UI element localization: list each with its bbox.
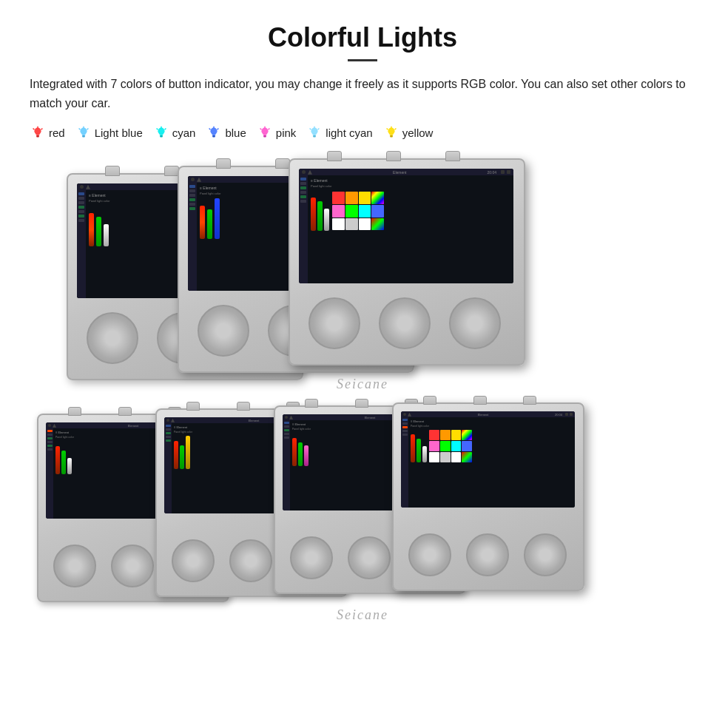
svg-rect-26 <box>263 135 266 138</box>
svg-line-34 <box>310 129 311 130</box>
svg-line-28 <box>260 129 261 130</box>
color-label-yellow: yellow <box>402 127 434 139</box>
svg-line-41 <box>394 129 396 130</box>
color-label-pink: pink <box>276 127 297 139</box>
color-label-lightblue: Light blue <box>95 127 143 139</box>
svg-line-29 <box>268 129 269 130</box>
page-container: Colorful Lights Integrated with 7 colors… <box>0 0 725 639</box>
svg-line-4 <box>33 129 35 130</box>
handle-2 <box>164 166 179 176</box>
color-label-lightcyan: light cyan <box>326 127 372 139</box>
color-item-red: red <box>30 124 65 141</box>
svg-rect-38 <box>390 135 393 138</box>
svg-line-23 <box>218 129 219 130</box>
svg-line-5 <box>41 129 43 130</box>
top-unit-3: Element 20:04 <box>289 158 525 365</box>
page-title: Colorful Lights <box>30 22 695 53</box>
svg-rect-14 <box>160 135 163 138</box>
bulb-icon-lightblue <box>75 124 92 141</box>
bulb-icon-cyan <box>153 124 169 141</box>
svg-line-16 <box>156 129 158 130</box>
title-divider <box>348 59 377 61</box>
top-row-units: Element <box>30 158 695 395</box>
svg-line-11 <box>87 129 88 130</box>
svg-line-22 <box>209 129 211 130</box>
color-label-blue: blue <box>225 127 246 139</box>
bulb-icon-blue <box>206 124 222 141</box>
svg-rect-20 <box>213 135 216 138</box>
svg-line-10 <box>78 129 80 130</box>
color-item-yellow: yellow <box>383 124 434 141</box>
bulb-icon-lightcyan <box>306 124 323 141</box>
svg-line-17 <box>164 129 166 130</box>
vent-1 <box>87 312 138 364</box>
seicane-logo-top: Seicane <box>30 377 695 392</box>
color-item-cyan: cyan <box>153 124 196 141</box>
svg-rect-32 <box>313 135 316 138</box>
color-label-cyan: cyan <box>172 127 196 139</box>
color-item-lightcyan: light cyan <box>306 124 372 141</box>
color-item-blue: blue <box>206 124 246 141</box>
bottom-row-units: Element ≡ <box>30 402 695 624</box>
svg-line-35 <box>318 129 320 130</box>
description: Integrated with 7 colors of button indic… <box>30 75 695 112</box>
color-item-lightblue: Light blue <box>75 124 143 141</box>
color-item-pink: pink <box>257 124 297 141</box>
bulb-icon-red <box>30 124 46 141</box>
screen-3: Element 20:04 <box>299 169 513 283</box>
bottom-unit-4: Element 20:04 <box>392 402 584 591</box>
svg-rect-2 <box>36 135 39 138</box>
svg-line-40 <box>386 129 388 130</box>
bulb-icon-yellow <box>383 124 399 141</box>
handle-1 <box>105 166 120 176</box>
svg-rect-8 <box>82 135 85 138</box>
bulb-icon-pink <box>257 124 273 141</box>
screen-b4: Element 20:04 <box>401 411 575 508</box>
color-labels: red Light blue cyan <box>30 124 695 141</box>
seicane-logo-bottom: Seicane <box>30 607 695 623</box>
color-label-red: red <box>49 127 65 139</box>
